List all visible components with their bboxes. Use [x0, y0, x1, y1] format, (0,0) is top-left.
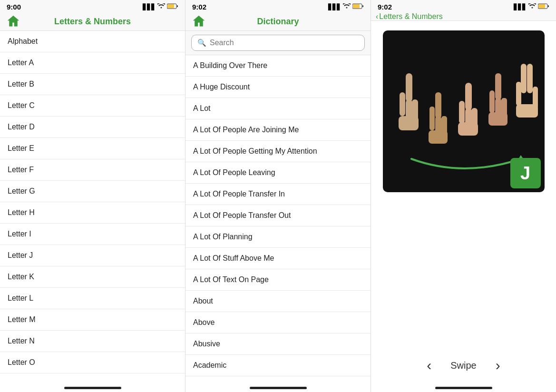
home-icon-left[interactable]	[7, 14, 20, 29]
list-item[interactable]: Abusive	[185, 333, 371, 355]
list-item[interactable]: Letter I	[0, 224, 185, 245]
home-bar-right	[435, 387, 492, 389]
list-item[interactable]: Academic	[185, 355, 371, 376]
home-indicator-right	[371, 383, 556, 392]
list-item[interactable]: Letter D	[0, 117, 185, 138]
sign-image: J	[383, 30, 545, 192]
list-item[interactable]: A Lot Of People Getting My Attention	[185, 141, 371, 162]
status-bar-left: 9:00 ▋▋▋	[0, 0, 185, 13]
battery-icon-mid	[352, 3, 364, 10]
nav-title-mid: Dictionary	[257, 17, 299, 27]
list-item[interactable]: Above	[185, 312, 371, 333]
svg-rect-32	[516, 82, 521, 106]
svg-rect-15	[435, 92, 441, 118]
status-bar-mid: 9:02 ▋▋▋	[185, 0, 371, 13]
list-item[interactable]: A Lot Of People Transfer In	[185, 184, 371, 205]
list-item[interactable]: About	[185, 291, 371, 312]
list-item[interactable]: Letter O	[0, 352, 185, 373]
svg-rect-21	[459, 101, 465, 124]
list-item[interactable]: A Lot Of Stuff Above Me	[185, 248, 371, 269]
svg-rect-31	[527, 64, 533, 93]
list-item[interactable]: Letter K	[0, 266, 185, 288]
svg-rect-2	[177, 5, 178, 7]
list-item[interactable]: Letter N	[0, 331, 185, 352]
status-time-mid: 9:02	[192, 3, 206, 11]
wifi-icon-right	[528, 3, 536, 10]
list-item[interactable]: Letter H	[0, 202, 185, 224]
svg-rect-26	[489, 90, 495, 113]
svg-rect-24	[458, 122, 478, 136]
list-item[interactable]: Letter A	[0, 52, 185, 74]
home-bar-mid	[250, 387, 307, 389]
prev-button[interactable]: ‹	[427, 357, 431, 373]
search-input[interactable]	[210, 39, 359, 47]
list-item[interactable]: Letter L	[0, 288, 185, 309]
list-item[interactable]: Letter B	[0, 74, 185, 95]
signal-icon-mid: ▋▋▋	[328, 4, 341, 10]
svg-rect-34	[516, 104, 538, 118]
nav-title-left: Letters & Numbers	[54, 17, 131, 27]
list-item[interactable]: A Huge Discount	[185, 77, 371, 98]
home-bar-left	[64, 387, 121, 389]
list-mid[interactable]: A Building Over ThereA Huge DiscountA Lo…	[185, 55, 371, 383]
status-time-left: 9:00	[7, 3, 21, 11]
nav-bar-left: Letters & Numbers	[0, 13, 185, 31]
next-button[interactable]: ›	[496, 357, 500, 373]
svg-rect-20	[465, 83, 472, 110]
list-item[interactable]: A Lot Of People Are Joining Me	[185, 119, 371, 141]
panel-dictionary: 9:02 ▋▋▋ Dictionary 🔍	[185, 0, 371, 392]
status-icons-right: ▋▋▋	[514, 3, 549, 10]
list-item[interactable]: A Lot	[185, 98, 371, 119]
status-icons-mid: ▋▋▋	[328, 3, 364, 10]
svg-rect-10	[406, 73, 412, 102]
search-container: 🔍	[185, 31, 371, 55]
letter-badge: J	[510, 158, 541, 188]
svg-rect-8	[548, 5, 549, 7]
status-time-right: 9:02	[378, 3, 392, 11]
home-indicator-left	[0, 383, 185, 392]
battery-icon-right	[538, 3, 549, 10]
wifi-icon-left	[157, 3, 165, 10]
back-chevron-icon: ‹	[376, 12, 378, 21]
signal-icon-left: ▋▋▋	[143, 4, 156, 10]
svg-rect-1	[167, 4, 174, 8]
list-item[interactable]: Alphabet	[0, 31, 185, 52]
list-item[interactable]: A Lot Of People Transfer Out	[185, 205, 371, 226]
list-item[interactable]: Letter J	[0, 245, 185, 266]
list-item[interactable]: Letter G	[0, 181, 185, 202]
svg-rect-5	[362, 5, 363, 7]
list-item[interactable]: A Lot Of Text On Page	[185, 269, 371, 291]
svg-rect-7	[538, 4, 545, 8]
svg-rect-29	[488, 112, 507, 126]
right-content: J ‹ Swipe ›	[371, 21, 556, 383]
home-indicator-mid	[185, 383, 371, 392]
list-item[interactable]: Letter C	[0, 95, 185, 117]
list-item[interactable]: A Lot Of Planning	[185, 226, 371, 248]
nav-bar-right: ‹ Letters & Numbers	[371, 13, 556, 21]
wifi-icon-mid	[343, 3, 351, 10]
status-bar-right: 9:02 ▋▋▋	[371, 0, 556, 13]
svg-rect-11	[400, 92, 405, 116]
panel-letters-numbers: 9:00 ▋▋▋ Letters & Numbers AlphabetLet	[0, 0, 185, 392]
nav-bar-mid: Dictionary	[185, 13, 371, 31]
list-item[interactable]: A Building Over There	[185, 55, 371, 77]
battery-icon-left	[167, 3, 178, 10]
search-input-wrap[interactable]: 🔍	[191, 35, 365, 51]
list-item[interactable]: Letter E	[0, 138, 185, 159]
svg-rect-25	[495, 73, 501, 100]
back-label: Letters & Numbers	[379, 12, 442, 21]
list-left[interactable]: AlphabetLetter ALetter BLetter CLetter D…	[0, 31, 185, 383]
search-icon: 🔍	[197, 39, 206, 47]
home-icon-mid[interactable]	[192, 14, 205, 29]
signal-icon-right: ▋▋▋	[514, 4, 527, 10]
back-button[interactable]: ‹ Letters & Numbers	[376, 12, 443, 21]
list-item[interactable]: A Lot Of People Leaving	[185, 162, 371, 184]
svg-rect-30	[521, 64, 527, 93]
svg-rect-14	[399, 116, 419, 130]
svg-rect-19	[429, 130, 448, 144]
svg-rect-4	[353, 4, 360, 8]
list-item[interactable]: Letter F	[0, 159, 185, 181]
list-item[interactable]: Letter M	[0, 309, 185, 331]
panel-sign-view: 9:02 ▋▋▋ ‹ Letters & Numbers	[371, 0, 556, 392]
svg-rect-16	[429, 107, 435, 130]
